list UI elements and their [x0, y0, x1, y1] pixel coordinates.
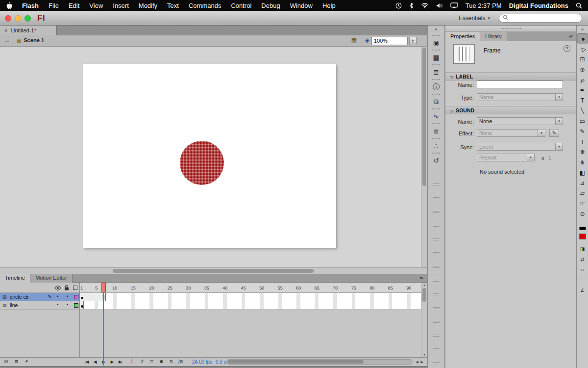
menu-user-name[interactable]: Digital Foundations — [509, 2, 568, 9]
hand-tool[interactable]: ☞ — [577, 198, 588, 209]
window-zoom-button[interactable] — [24, 15, 31, 22]
stroke-color-swatch[interactable] — [579, 227, 586, 230]
black-and-white-colors-button[interactable]: ◨ — [578, 245, 588, 253]
volume-icon[interactable] — [436, 3, 443, 8]
label-type-dropdown[interactable]: Name ▼ — [477, 93, 563, 101]
tab-motion-editor[interactable]: Motion Editor — [30, 274, 73, 283]
stepper-down-icon[interactable]: ▼ — [412, 41, 414, 44]
window-minimize-button[interactable] — [15, 15, 21, 22]
show-hide-layers-icon[interactable] — [54, 285, 61, 292]
straighten-button[interactable]: ∠ — [578, 287, 588, 294]
loop-button[interactable]: ↺ — [138, 358, 145, 365]
canvas-horizontal-scrollbar[interactable] — [0, 267, 427, 274]
onion-skin-button[interactable]: ▢ — [148, 358, 155, 365]
3d-rotation-tool[interactable]: ⊕ — [577, 64, 588, 75]
help-icon[interactable]: ? — [564, 45, 570, 52]
step-forward-button[interactable]: |▶ — [108, 359, 115, 365]
text-tool[interactable]: T — [577, 95, 588, 105]
goto-first-frame-button[interactable]: |◀ — [83, 359, 90, 365]
elapsed-time-indicator[interactable]: 0.3 s — [216, 359, 226, 365]
bluetooth-icon[interactable] — [409, 2, 414, 9]
step-back-button[interactable]: ◀| — [92, 359, 98, 365]
deco-tool[interactable]: ❋ — [577, 147, 588, 157]
tab-properties[interactable]: Properties — [445, 32, 480, 41]
outline-layers-icon[interactable] — [73, 286, 77, 290]
scroll-down-icon[interactable]: ▼ — [421, 353, 427, 356]
layer-visibility-dot[interactable]: • — [57, 294, 58, 299]
panel-menu-icon[interactable]: ▾≡ — [416, 274, 427, 282]
disclosure-triangle-icon[interactable]: ▽ — [450, 109, 453, 113]
edit-sound-envelope-button[interactable]: ✎ — [549, 129, 559, 137]
panel-menu-icon[interactable]: ▾≡ — [565, 32, 576, 41]
sound-name-dropdown[interactable]: None ▼ — [477, 117, 563, 125]
zoom-level-input[interactable]: 100% — [371, 37, 408, 45]
zoom-tool[interactable]: ⊙ — [577, 209, 588, 219]
scrollbar-thumb[interactable] — [113, 269, 314, 273]
layer-visibility-dot[interactable]: • — [57, 302, 58, 307]
swap-colors-button[interactable]: ⇄ — [578, 256, 588, 263]
document-tab[interactable]: × Untitled-1* — [0, 26, 57, 35]
smooth-button[interactable]: ⌒ — [578, 276, 588, 284]
edit-symbols-icon[interactable]: ◈ — [365, 37, 369, 44]
menu-view[interactable]: View — [84, 2, 108, 9]
apple-menu-icon[interactable] — [6, 2, 12, 9]
dropdown-arrow-icon[interactable]: ▼ — [527, 154, 534, 161]
sound-repeat-dropdown[interactable]: Repeat ▼ — [477, 154, 535, 161]
play-button[interactable]: ▶ — [100, 359, 107, 365]
brush-tool[interactable]: ≀ — [577, 136, 588, 147]
layer-lock-dot[interactable]: • — [67, 302, 68, 307]
history-panel-icon[interactable]: ↺ — [430, 155, 442, 166]
pencil-tool[interactable]: ✎ — [577, 126, 588, 136]
dropdown-arrow-icon[interactable]: ▼ — [538, 130, 545, 136]
delete-layer-button[interactable]: ✗ — [23, 358, 30, 365]
menu-file[interactable]: File — [44, 2, 64, 9]
timeline-frames-area[interactable]: 151015202530354045505560657075808590 — [80, 283, 421, 357]
frame-span[interactable] — [80, 301, 84, 309]
menu-help[interactable]: Help — [318, 2, 341, 9]
paint-bucket-tool[interactable]: ◧ — [577, 167, 588, 178]
timeline-horizontal-scrollbar[interactable] — [226, 359, 413, 365]
workspace-switcher[interactable]: Essentials ▾ — [459, 15, 490, 22]
current-frame-indicator[interactable]: 7 — [177, 359, 180, 365]
new-folder-button[interactable]: ▧ — [13, 358, 20, 365]
playhead-marker[interactable] — [101, 283, 106, 292]
menu-text[interactable]: Text — [162, 2, 184, 9]
menu-clock[interactable]: Tue 2:37 PM — [466, 2, 502, 9]
layer-frames-row[interactable] — [80, 301, 421, 310]
back-arrow-icon[interactable]: ← — [4, 37, 10, 44]
menu-commands[interactable]: Commands — [184, 2, 226, 9]
bone-tool[interactable]: ⋔ — [577, 157, 588, 167]
lasso-tool[interactable]: ℘ — [577, 75, 588, 85]
sound-panel-icon[interactable]: ∿ — [430, 111, 442, 122]
layer-frames-row[interactable] — [80, 293, 421, 301]
spotlight-icon[interactable] — [576, 2, 582, 9]
new-layer-button[interactable]: ▤ — [2, 358, 9, 365]
sound-sync-dropdown[interactable]: Event ▼ — [477, 143, 563, 151]
transform-panel-icon[interactable]: ⧉ — [430, 96, 442, 107]
layer-outline-color-swatch[interactable] — [74, 303, 78, 308]
menu-debug[interactable]: Debug — [256, 2, 285, 9]
components-panel-icon[interactable]: ⧈ — [430, 126, 442, 136]
layer-row[interactable]: ▤line•• — [0, 301, 79, 310]
panel-drag-grip[interactable] — [445, 26, 576, 32]
info-panel-icon[interactable]: ⓘ — [430, 81, 442, 92]
goto-last-frame-button[interactable]: ▶| — [117, 359, 123, 365]
menu-modify[interactable]: Modify — [134, 2, 162, 9]
menu-insert[interactable]: Insert — [108, 2, 134, 9]
menu-window[interactable]: Window — [285, 2, 318, 9]
selected-circle-shape[interactable] — [180, 141, 224, 185]
pen-tool[interactable]: ✒ — [577, 85, 588, 95]
wifi-icon[interactable] — [421, 2, 429, 8]
zoom-stepper[interactable]: ▲ ▼ — [409, 37, 416, 45]
scrollbar-thumb[interactable] — [422, 48, 426, 186]
color-panel-icon[interactable]: ◉ — [430, 37, 442, 48]
align-panel-icon[interactable]: ≣ — [430, 67, 442, 78]
center-frame-button[interactable]: ┃ — [128, 358, 135, 365]
scroll-up-icon[interactable]: ▲ — [421, 284, 427, 287]
expand-tools-icon[interactable]: » — [577, 26, 588, 32]
search-input[interactable] — [510, 15, 580, 21]
edit-scene-icon[interactable]: ▦ — [351, 37, 357, 44]
scrollbar-thumb[interactable] — [422, 288, 426, 302]
disclosure-triangle-icon[interactable]: ▽ — [450, 75, 453, 79]
frame-span[interactable] — [80, 293, 106, 301]
